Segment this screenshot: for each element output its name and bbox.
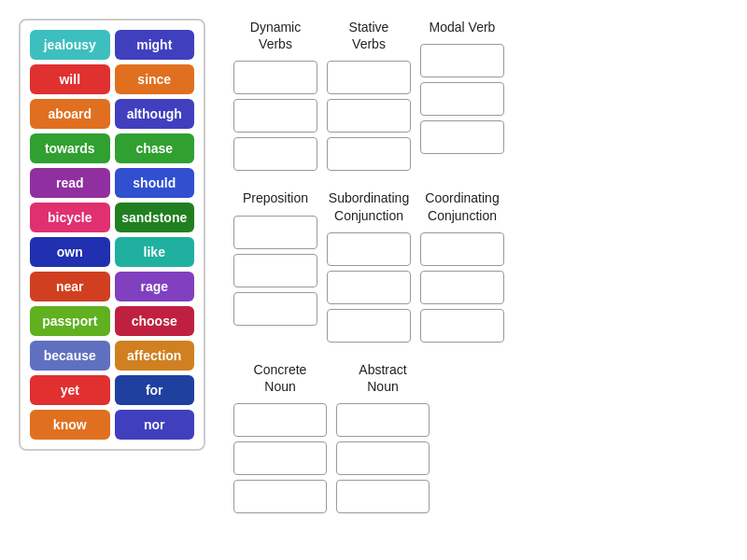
concrete-noun-box-3[interactable] — [233, 480, 327, 513]
preposition-box-2[interactable] — [233, 254, 317, 287]
word-sandstone[interactable]: sandstone — [115, 203, 195, 232]
word-jealousy[interactable]: jealousy — [30, 30, 110, 60]
concrete-noun-col: ConcreteNoun — [233, 361, 327, 513]
top-row: DynamicVerbs StativeVerbs Modal Verb — [233, 19, 728, 171]
word-yet[interactable]: yet — [30, 375, 110, 405]
word-rage[interactable]: rage — [115, 272, 195, 301]
modal-verb-box-1[interactable] — [420, 44, 504, 77]
dynamic-verbs-box-3[interactable] — [233, 137, 317, 171]
stative-verbs-label: StativeVerbs — [349, 19, 389, 52]
coord-conj-box-1[interactable] — [420, 232, 504, 266]
word-choose[interactable]: choose — [115, 306, 195, 336]
stative-verbs-box-2[interactable] — [327, 99, 411, 133]
bottom-row: ConcreteNoun AbstractNoun — [233, 361, 728, 513]
word-near[interactable]: near — [30, 272, 110, 301]
sub-conj-box-3[interactable] — [327, 309, 411, 343]
main-container: jealousymightwillsinceaboardalthoughtowa… — [0, 0, 747, 560]
word-for[interactable]: for — [115, 375, 195, 405]
stative-verbs-box-3[interactable] — [327, 137, 411, 171]
word-passport[interactable]: passport — [30, 306, 110, 336]
sub-conj-col: SubordinatingConjunction — [327, 189, 411, 342]
sub-conj-label: SubordinatingConjunction — [329, 189, 409, 223]
preposition-label: Preposition — [243, 189, 308, 206]
modal-verb-box-3[interactable] — [420, 120, 504, 154]
dynamic-verbs-box-2[interactable] — [233, 99, 317, 133]
word-should[interactable]: should — [115, 168, 195, 198]
word-since[interactable]: since — [115, 64, 195, 94]
coord-conj-box-2[interactable] — [420, 271, 504, 304]
abstract-noun-box-2[interactable] — [336, 441, 430, 475]
abstract-noun-label: AbstractNoun — [359, 361, 406, 395]
sub-conj-box-2[interactable] — [327, 271, 411, 304]
word-towards[interactable]: towards — [30, 133, 110, 163]
word-read[interactable]: read — [30, 168, 110, 198]
modal-verb-label: Modal Verb — [430, 19, 496, 35]
word-affection[interactable]: affection — [115, 341, 195, 371]
preposition-box-1[interactable] — [233, 216, 317, 249]
preposition-col: Preposition — [233, 189, 317, 325]
dynamic-verbs-col: DynamicVerbs — [233, 19, 317, 171]
word-know[interactable]: know — [30, 410, 110, 440]
word-although[interactable]: although — [115, 99, 195, 129]
word-like[interactable]: like — [115, 237, 195, 267]
categories-panel: DynamicVerbs StativeVerbs Modal Verb — [233, 19, 728, 541]
stative-verbs-col: StativeVerbs — [327, 19, 411, 171]
abstract-noun-col: AbstractNoun — [336, 361, 430, 513]
word-because[interactable]: because — [30, 341, 110, 371]
abstract-noun-box-1[interactable] — [336, 403, 430, 437]
modal-verb-col: Modal Verb — [420, 19, 504, 154]
coord-conj-col: CoordinatingConjunction — [420, 189, 504, 342]
preposition-box-3[interactable] — [233, 292, 317, 326]
mid-row: Preposition SubordinatingConjunction Coo… — [233, 189, 728, 342]
word-will[interactable]: will — [30, 64, 110, 94]
word-nor[interactable]: nor — [115, 410, 195, 440]
dynamic-verbs-box-1[interactable] — [233, 61, 317, 94]
concrete-noun-box-1[interactable] — [233, 403, 327, 437]
word-bicycle[interactable]: bicycle — [30, 203, 110, 232]
coord-conj-box-3[interactable] — [420, 309, 504, 343]
concrete-noun-label: ConcreteNoun — [254, 361, 307, 395]
abstract-noun-box-3[interactable] — [336, 480, 430, 513]
word-own[interactable]: own — [30, 237, 110, 267]
modal-verb-box-2[interactable] — [420, 82, 504, 116]
stative-verbs-box-1[interactable] — [327, 61, 411, 94]
word-chase[interactable]: chase — [115, 133, 195, 163]
sub-conj-box-1[interactable] — [327, 232, 411, 266]
coord-conj-label: CoordinatingConjunction — [425, 189, 499, 223]
word-grid: jealousymightwillsinceaboardalthoughtowa… — [19, 19, 205, 451]
word-aboard[interactable]: aboard — [30, 99, 110, 129]
dynamic-verbs-label: DynamicVerbs — [250, 19, 301, 52]
word-might[interactable]: might — [115, 30, 195, 60]
concrete-noun-box-2[interactable] — [233, 441, 327, 475]
